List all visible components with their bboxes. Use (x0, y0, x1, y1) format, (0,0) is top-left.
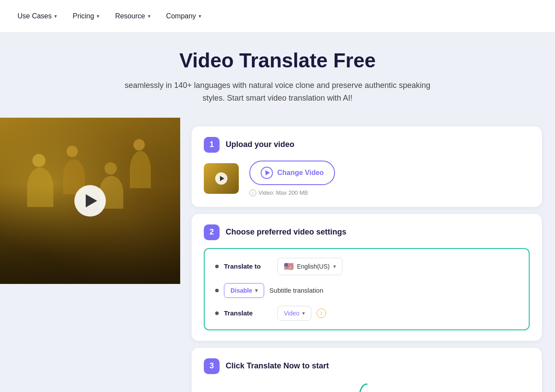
thumb-play-circle (215, 172, 227, 185)
nav-use-cases-label: Use Cases (17, 12, 52, 20)
page-wrapper: Use Cases ▾ Pricing ▾ Resource ▾ Company… (0, 0, 555, 392)
nav-resource-label: Resource (115, 12, 145, 20)
hero-subtitle: seamlessly in 140+ languages with natura… (114, 79, 442, 105)
change-video-button[interactable]: Change Video (249, 161, 335, 185)
translate-type-select[interactable]: Video ▾ (277, 306, 311, 321)
hero-section: Video Translate Free seamlessly in 140+ … (0, 33, 555, 105)
upload-area: Change Video i Video: Max 200 MB (204, 161, 530, 196)
change-video-label: Change Video (277, 169, 324, 177)
subtitle-value: Disable (230, 287, 252, 294)
translate-label: Translate (224, 309, 272, 317)
step3-badge: 3 (204, 358, 220, 374)
translate-type-info-icon[interactable]: i (317, 308, 326, 318)
nav-items: Use Cases ▾ Pricing ▾ Resource ▾ Company… (17, 12, 201, 20)
bullet3 (215, 312, 219, 315)
page-title: Video Translate Free (17, 49, 538, 72)
max-size-label: Video: Max 200 MB (258, 189, 308, 196)
video-play-button[interactable] (74, 185, 106, 217)
nav-item-resource[interactable]: Resource ▾ (115, 12, 150, 20)
translate-type-row: Translate Video ▾ i (215, 306, 518, 321)
step1-card: 1 Upload your video Change Video (192, 126, 542, 207)
translate-type-dropdown-arrow: ▾ (302, 310, 305, 316)
navbar: Use Cases ▾ Pricing ▾ Resource ▾ Company… (0, 0, 555, 33)
step2-header: 2 Choose preferred video settings (204, 224, 530, 240)
bullet2 (215, 289, 219, 292)
nav-item-pricing[interactable]: Pricing ▾ (73, 12, 99, 20)
video-panel (0, 118, 180, 284)
settings-box: Translate to 🇺🇸 English(US) ▾ Disable ▾ (204, 248, 530, 330)
thumb-play-overlay (204, 163, 239, 194)
subtitle-label: Subtitle translation (269, 287, 323, 294)
nav-use-cases-chevron: ▾ (54, 13, 57, 19)
subtitle-dropdown-arrow: ▾ (255, 287, 258, 294)
flag-icon: 🇺🇸 (284, 262, 293, 271)
info-circle-icon: i (249, 189, 256, 196)
language-select[interactable]: 🇺🇸 English(US) ▾ (277, 258, 342, 275)
language-value: English(US) (297, 263, 330, 270)
nav-resource-chevron: ▾ (148, 13, 150, 19)
curved-arrow-icon (354, 382, 380, 392)
nav-pricing-chevron: ▾ (97, 13, 99, 19)
max-size-info: i Video: Max 200 MB (249, 189, 335, 196)
step3-header: 3 Click Translate Now to start (204, 358, 530, 374)
step3-card: 3 Click Translate Now to start Translate… (192, 348, 542, 392)
video-thumbnail (204, 163, 239, 194)
translate-type-value: Video (284, 310, 300, 317)
nav-pricing-label: Pricing (73, 12, 94, 20)
right-side: 1 Upload your video Change Video (180, 118, 555, 392)
nav-item-company[interactable]: Company ▾ (166, 12, 201, 20)
step1-title: Upload your video (226, 140, 294, 149)
nav-item-use-cases[interactable]: Use Cases ▾ (17, 12, 57, 20)
step2-badge: 2 (204, 224, 220, 240)
change-video-play-icon (261, 167, 273, 179)
nav-company-chevron: ▾ (199, 13, 201, 19)
step2-title: Choose preferred video settings (226, 228, 346, 237)
bullet1 (215, 265, 219, 268)
nav-company-label: Company (166, 12, 196, 20)
translate-to-label: Translate to (224, 262, 272, 270)
step3-title: Click Translate Now to start (226, 361, 329, 371)
arrow-container (204, 382, 530, 392)
translate-to-row: Translate to 🇺🇸 English(US) ▾ (215, 258, 518, 275)
subtitle-row: Disable ▾ Subtitle translation (215, 283, 518, 298)
step1-header: 1 Upload your video (204, 137, 530, 153)
step2-card: 2 Choose preferred video settings Transl… (192, 214, 542, 341)
content-area: 1 Upload your video Change Video (0, 118, 555, 392)
step1-badge: 1 (204, 137, 220, 153)
subtitle-disable-select[interactable]: Disable ▾ (224, 283, 264, 298)
language-dropdown-arrow: ▾ (333, 263, 336, 270)
upload-right: Change Video i Video: Max 200 MB (249, 161, 335, 196)
